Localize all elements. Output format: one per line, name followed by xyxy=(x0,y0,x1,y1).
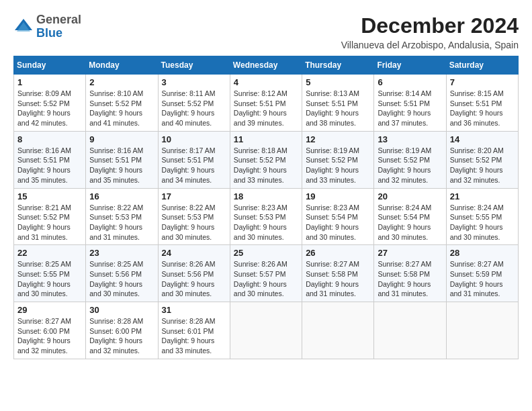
table-row: 11 Sunrise: 8:18 AM Sunset: 5:52 PM Dayl… xyxy=(230,131,302,188)
table-row: 30 Sunrise: 8:28 AM Sunset: 6:00 PM Dayl… xyxy=(86,302,158,359)
logo: General Blue xyxy=(13,13,81,40)
table-row: 28 Sunrise: 8:27 AM Sunset: 5:59 PM Dayl… xyxy=(446,245,518,302)
table-row: 14 Sunrise: 8:20 AM Sunset: 5:52 PM Dayl… xyxy=(446,131,518,188)
table-row: 8 Sunrise: 8:16 AM Sunset: 5:51 PM Dayli… xyxy=(14,131,86,188)
logo-text: General Blue xyxy=(36,13,81,40)
table-row: 20 Sunrise: 8:24 AM Sunset: 5:54 PM Dayl… xyxy=(374,188,446,245)
page-header: General Blue December 2024 Villanueva de… xyxy=(13,13,519,50)
table-row: 21 Sunrise: 8:24 AM Sunset: 5:55 PM Dayl… xyxy=(446,188,518,245)
calendar-week: 8 Sunrise: 8:16 AM Sunset: 5:51 PM Dayli… xyxy=(14,131,519,188)
table-row: 2 Sunrise: 8:10 AM Sunset: 5:52 PM Dayli… xyxy=(86,75,158,132)
logo-general: General xyxy=(36,13,81,27)
title-block: December 2024 Villanueva del Arzobispo, … xyxy=(341,13,519,50)
calendar-week: 15 Sunrise: 8:21 AM Sunset: 5:52 PM Dayl… xyxy=(14,188,519,245)
table-row: 27 Sunrise: 8:27 AM Sunset: 5:58 PM Dayl… xyxy=(374,245,446,302)
table-row: 7 Sunrise: 8:15 AM Sunset: 5:51 PM Dayli… xyxy=(446,75,518,132)
col-tuesday: Tuesday xyxy=(158,56,230,75)
table-row: 25 Sunrise: 8:26 AM Sunset: 5:57 PM Dayl… xyxy=(230,245,302,302)
table-row: 22 Sunrise: 8:25 AM Sunset: 5:55 PM Dayl… xyxy=(14,245,86,302)
table-row: 19 Sunrise: 8:23 AM Sunset: 5:54 PM Dayl… xyxy=(302,188,374,245)
col-friday: Friday xyxy=(374,56,446,75)
table-row: 5 Sunrise: 8:13 AM Sunset: 5:51 PM Dayli… xyxy=(302,75,374,132)
table-row: 24 Sunrise: 8:26 AM Sunset: 5:56 PM Dayl… xyxy=(158,245,230,302)
table-row: 9 Sunrise: 8:16 AM Sunset: 5:51 PM Dayli… xyxy=(86,131,158,188)
table-row: 18 Sunrise: 8:23 AM Sunset: 5:53 PM Dayl… xyxy=(230,188,302,245)
table-row: 4 Sunrise: 8:12 AM Sunset: 5:51 PM Dayli… xyxy=(230,75,302,132)
col-wednesday: Wednesday xyxy=(230,56,302,75)
table-row: 16 Sunrise: 8:22 AM Sunset: 5:53 PM Dayl… xyxy=(86,188,158,245)
table-row: 26 Sunrise: 8:27 AM Sunset: 5:58 PM Dayl… xyxy=(302,245,374,302)
table-row: 10 Sunrise: 8:17 AM Sunset: 5:51 PM Dayl… xyxy=(158,131,230,188)
table-row: 1 Sunrise: 8:09 AM Sunset: 5:52 PM Dayli… xyxy=(14,75,86,132)
table-row: 6 Sunrise: 8:14 AM Sunset: 5:51 PM Dayli… xyxy=(374,75,446,132)
calendar-table: Sunday Monday Tuesday Wednesday Thursday… xyxy=(13,56,519,359)
table-row: 13 Sunrise: 8:19 AM Sunset: 5:52 PM Dayl… xyxy=(374,131,446,188)
table-row: 29 Sunrise: 8:27 AM Sunset: 6:00 PM Dayl… xyxy=(14,302,86,359)
logo-blue: Blue xyxy=(36,27,81,40)
col-thursday: Thursday xyxy=(302,56,374,75)
table-row: 31 Sunrise: 8:28 AM Sunset: 6:01 PM Dayl… xyxy=(158,302,230,359)
table-row: 3 Sunrise: 8:11 AM Sunset: 5:52 PM Dayli… xyxy=(158,75,230,132)
table-row: 12 Sunrise: 8:19 AM Sunset: 5:52 PM Dayl… xyxy=(302,131,374,188)
logo-icon xyxy=(13,17,34,37)
month-title: December 2024 xyxy=(341,13,519,38)
empty-cell xyxy=(374,302,446,359)
empty-cell xyxy=(446,302,518,359)
col-saturday: Saturday xyxy=(446,56,518,75)
calendar-week: 22 Sunrise: 8:25 AM Sunset: 5:55 PM Dayl… xyxy=(14,245,519,302)
col-sunday: Sunday xyxy=(14,56,86,75)
calendar-week: 1 Sunrise: 8:09 AM Sunset: 5:52 PM Dayli… xyxy=(14,75,519,132)
empty-cell xyxy=(230,302,302,359)
calendar-week: 29 Sunrise: 8:27 AM Sunset: 6:00 PM Dayl… xyxy=(14,302,519,359)
table-row: 17 Sunrise: 8:22 AM Sunset: 5:53 PM Dayl… xyxy=(158,188,230,245)
location: Villanueva del Arzobispo, Andalusia, Spa… xyxy=(341,40,519,50)
empty-cell xyxy=(302,302,374,359)
table-row: 15 Sunrise: 8:21 AM Sunset: 5:52 PM Dayl… xyxy=(14,188,86,245)
table-row: 23 Sunrise: 8:25 AM Sunset: 5:56 PM Dayl… xyxy=(86,245,158,302)
header-row: Sunday Monday Tuesday Wednesday Thursday… xyxy=(14,56,519,75)
col-monday: Monday xyxy=(86,56,158,75)
